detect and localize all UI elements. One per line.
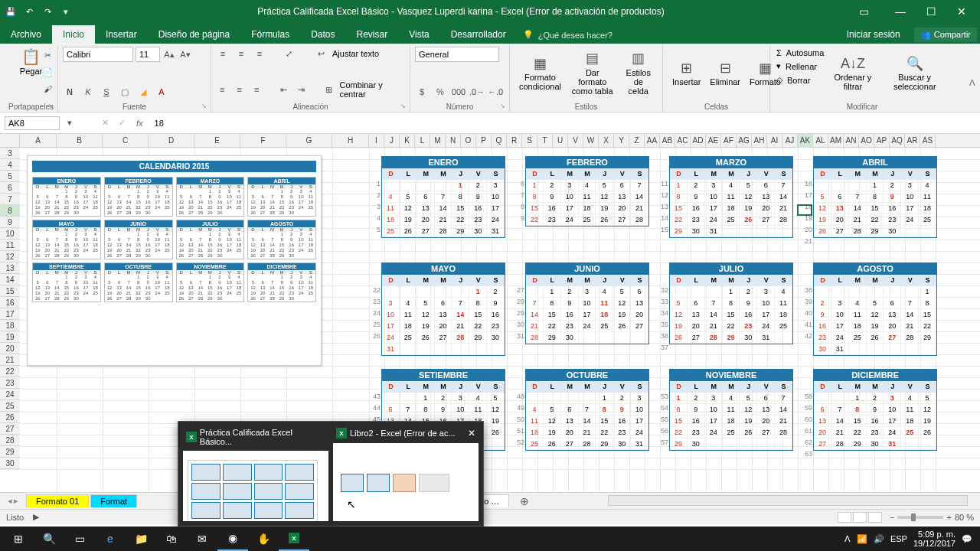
task-view-icon[interactable]: ▭ [64, 527, 95, 551]
italic-button[interactable]: K [81, 85, 95, 99]
cancel-formula-icon[interactable]: ✕ [98, 116, 112, 130]
minimize-button[interactable]: — [885, 0, 916, 23]
window-thumb-2[interactable]: XLibro2 - Excel (Error de ac...✕ ↖ [333, 426, 479, 521]
clipboard-launcher-icon[interactable]: ↘ [48, 103, 56, 110]
align-right-icon[interactable]: ≡ [250, 83, 263, 96]
customize-qat-icon[interactable]: ▾ [58, 4, 74, 19]
find-select-button[interactable]: 🔍Buscar y seleccionar [880, 47, 949, 101]
app-icon[interactable]: ✋ [248, 527, 279, 551]
zoom-level[interactable]: 80 % [955, 513, 974, 522]
clear-button[interactable]: ◇Borrar [776, 75, 824, 85]
horizontal-scrollbar[interactable] [608, 495, 968, 506]
maximize-button[interactable]: ☐ [916, 0, 946, 23]
tray-expand-icon[interactable]: ᐱ [844, 534, 851, 544]
save-icon[interactable]: 💾 [3, 4, 18, 19]
font-color-icon[interactable]: A [155, 85, 168, 99]
enter-formula-icon[interactable]: ✓ [115, 116, 129, 130]
percent-icon[interactable]: % [433, 85, 447, 99]
file-tab[interactable]: Archivo [0, 25, 52, 44]
conditional-format-button[interactable]: ▦Formato condicional [514, 47, 566, 101]
insert-tab[interactable]: Insertar [95, 25, 148, 44]
namebox-dropdown-icon[interactable]: ▾ [63, 116, 77, 130]
store-icon[interactable]: 🛍 [156, 527, 187, 551]
increase-decimal-icon[interactable]: .0→ [470, 85, 484, 99]
share-button[interactable]: 👥Compartir [914, 28, 977, 42]
close-thumb-icon[interactable]: ✕ [468, 428, 475, 439]
align-bottom-icon[interactable]: ≡ [253, 47, 266, 60]
language-indicator[interactable]: ESP [890, 534, 907, 543]
align-center-icon[interactable]: ≡ [233, 83, 245, 96]
font-launcher-icon[interactable]: ↘ [201, 103, 209, 110]
start-button[interactable]: ⊞ [3, 527, 34, 551]
redo-icon[interactable]: ↷ [40, 4, 55, 19]
data-tab[interactable]: Datos [300, 25, 345, 44]
zoom-slider[interactable] [897, 516, 943, 519]
notifications-icon[interactable]: 💬 [962, 534, 972, 544]
signin-link[interactable]: Iniciar sesión [836, 25, 911, 44]
fill-color-icon[interactable]: ◢ [136, 85, 150, 99]
sheet-tab-2[interactable]: Format [90, 494, 137, 507]
format-painter-icon[interactable]: 🖌 [41, 82, 54, 96]
insert-cells-button[interactable]: ⊞Insertar [668, 47, 705, 101]
currency-icon[interactable]: $ [415, 85, 429, 99]
font-size-select[interactable]: 11 [136, 47, 160, 62]
increase-indent-icon[interactable]: ⇥ [295, 83, 307, 96]
sort-filter-button[interactable]: A↓ZOrdenar y filtrar [825, 47, 880, 101]
underline-button[interactable]: S [100, 85, 113, 99]
font-name-select[interactable]: Calibri [63, 47, 133, 62]
search-icon[interactable]: 🔍 [34, 527, 64, 551]
tell-me[interactable]: 💡¿Qué desea hacer? [517, 26, 619, 44]
alignment-launcher-icon[interactable]: ↘ [400, 103, 408, 110]
page-layout-tab[interactable]: Diseño de página [148, 25, 240, 44]
decrease-font-icon[interactable]: A▾ [178, 47, 192, 61]
volume-icon[interactable]: 🔊 [874, 534, 884, 544]
edge-icon[interactable]: e [95, 527, 126, 551]
decrease-indent-icon[interactable]: ⇤ [278, 83, 290, 96]
home-tab[interactable]: Inicio [52, 25, 95, 44]
number-format-select[interactable]: General [415, 47, 499, 62]
copy-icon[interactable]: 📄 [41, 65, 54, 79]
align-middle-icon[interactable]: ≡ [234, 47, 248, 60]
page-layout-view-icon[interactable] [853, 512, 867, 523]
delete-cells-button[interactable]: ⊟Eliminar [705, 47, 745, 101]
comma-icon[interactable]: 000 [452, 85, 466, 99]
orientation-icon[interactable]: ⤢ [282, 47, 296, 60]
view-tab[interactable]: Vista [398, 25, 439, 44]
cut-icon[interactable]: ✂ [41, 48, 54, 62]
zoom-in-icon[interactable]: + [946, 513, 951, 522]
explorer-icon[interactable]: 📁 [126, 527, 156, 551]
wrap-text-button[interactable]: Ajustar texto [332, 49, 379, 58]
decrease-decimal-icon[interactable]: ←.0 [488, 85, 502, 99]
autosum-button[interactable]: ΣAutosuma [776, 48, 824, 57]
page-break-view-icon[interactable] [868, 512, 882, 523]
sheet-tab-1[interactable]: Formato 01 [26, 494, 89, 507]
developer-tab[interactable]: Desarrollador [440, 25, 517, 44]
number-launcher-icon[interactable]: ↘ [500, 103, 508, 110]
align-left-icon[interactable]: ≡ [216, 83, 228, 96]
fx-icon[interactable]: fx [132, 119, 148, 128]
normal-view-icon[interactable] [838, 512, 851, 523]
excel-taskbar-icon[interactable]: X [279, 527, 309, 551]
close-button[interactable]: ✕ [946, 0, 977, 23]
new-sheet-button[interactable]: ⊕ [511, 494, 538, 509]
tab-nav-next-icon[interactable]: ▸ [14, 496, 18, 506]
zoom-out-icon[interactable]: − [890, 513, 894, 522]
borders-icon[interactable]: ▢ [118, 85, 132, 99]
merge-center-button[interactable]: Combinar y centrar [339, 80, 405, 99]
clock[interactable]: 5:09 p. m.19/12/2017 [913, 530, 956, 548]
bold-button[interactable]: N [63, 85, 77, 99]
grid-canvas[interactable]: ABCDEFGHIJKLMNOPQRSTUVWXYZAAABACADAEAFAG… [0, 134, 980, 492]
tab-nav-prev-icon[interactable]: ◂ [8, 496, 12, 506]
undo-icon[interactable]: ↶ [21, 4, 37, 19]
name-box[interactable] [5, 116, 60, 130]
formulas-tab[interactable]: Fórmulas [240, 25, 300, 44]
increase-font-icon[interactable]: A▴ [162, 47, 176, 61]
collapse-ribbon-icon[interactable]: ᐱ [969, 78, 975, 88]
ribbon-display-icon[interactable]: ▭ [848, 0, 879, 23]
align-top-icon[interactable]: ≡ [216, 47, 230, 60]
formula-input[interactable] [151, 116, 975, 130]
macro-record-icon[interactable]: ▶ [33, 512, 39, 522]
window-thumb-1[interactable]: XPráctica Calificada Excel Básico... [183, 426, 328, 521]
mail-icon[interactable]: ✉ [187, 527, 217, 551]
network-icon[interactable]: 📶 [857, 534, 867, 544]
